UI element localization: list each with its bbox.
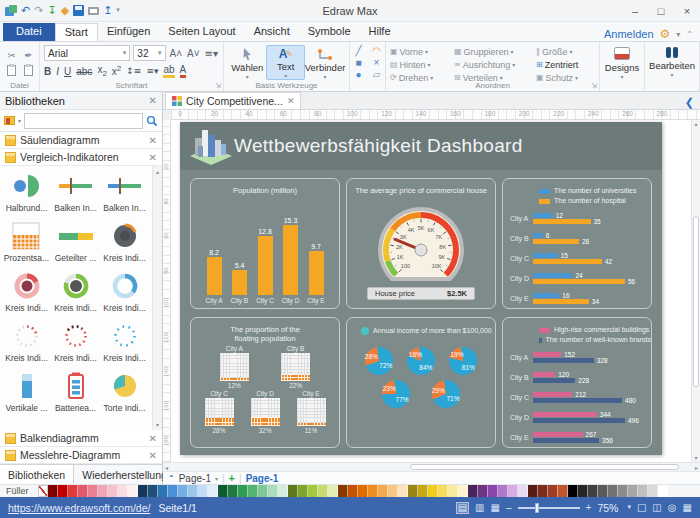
document-tab[interactable]: City Competitivene... ✕ [165, 92, 301, 109]
color-swatch[interactable] [398, 485, 408, 497]
color-swatch[interactable] [468, 485, 478, 497]
library-shape[interactable]: Kreis Indi... [2, 269, 51, 319]
color-swatch[interactable] [208, 485, 218, 497]
color-swatch[interactable] [38, 485, 48, 497]
zoom-caret-icon[interactable]: ▾ [627, 504, 631, 511]
color-swatch[interactable] [128, 485, 138, 497]
color-swatch[interactable] [228, 485, 238, 497]
fit-width-icon[interactable]: ◫ [652, 503, 661, 513]
library-section-close-icon[interactable]: ✕ [149, 433, 157, 444]
magnifier-icon[interactable]: ◎ [668, 503, 677, 513]
color-swatch[interactable] [528, 485, 538, 497]
format-painter-icon[interactable]: ✒ [24, 50, 32, 61]
library-section-close-icon[interactable]: ✕ [149, 450, 157, 461]
color-swatch[interactable] [618, 485, 628, 497]
crop-tool-icon[interactable]: ▱ [370, 69, 384, 80]
library-section-close-icon[interactable]: ✕ [149, 152, 157, 163]
menu-tab-symbole[interactable]: Symbole [299, 23, 360, 41]
zoom-slider-thumb[interactable] [535, 503, 539, 513]
menu-tab-hilfe[interactable]: Hilfe [360, 23, 400, 41]
copy-icon[interactable] [7, 65, 16, 76]
color-swatch[interactable] [418, 485, 428, 497]
color-swatch[interactable] [218, 485, 228, 497]
subscript-button[interactable]: x2 [97, 64, 106, 78]
cross-tool-icon[interactable]: × [370, 57, 384, 68]
library-shape[interactable]: Kreis Indi... [2, 319, 51, 369]
color-swatch[interactable] [368, 485, 378, 497]
file-menu-tab[interactable]: Datei [3, 23, 55, 41]
library-select-caret[interactable]: ▾ [18, 117, 21, 124]
wählen-button[interactable]: Wählen▾ [228, 45, 266, 80]
save-icon[interactable] [73, 5, 84, 16]
color-swatch[interactable] [198, 485, 208, 497]
color-swatch[interactable] [98, 485, 108, 497]
color-swatch[interactable] [588, 485, 598, 497]
undo-icon[interactable]: ↶ [21, 5, 30, 16]
color-swatch[interactable] [158, 485, 168, 497]
library-section-säulendiagramm[interactable]: Säulendiagramm✕ [0, 132, 162, 149]
page-view-icon[interactable]: ▥ [475, 503, 484, 513]
highlight-color-icon[interactable]: ab [163, 64, 174, 78]
color-swatch[interactable] [508, 485, 518, 497]
library-shape[interactable]: Balken In... [51, 169, 100, 219]
annual-income-panel[interactable]: Annual income of more than $100,00028%72… [346, 317, 496, 448]
library-shape[interactable]: Kreis Indi... [100, 269, 149, 319]
floating-population-panel[interactable]: The proportion of the floating populatio… [190, 317, 340, 448]
zoom-slider[interactable] [518, 507, 580, 509]
color-swatch[interactable] [478, 485, 488, 497]
export-icon[interactable]: ↥ [103, 5, 112, 16]
color-swatch[interactable] [328, 485, 338, 497]
color-swatch[interactable] [108, 485, 118, 497]
menu-tab-start[interactable]: Start [55, 23, 98, 41]
population-chart-panel[interactable]: Population (million)8.2City A5.4City B12… [190, 178, 340, 309]
increase-font-icon[interactable]: A˄ [169, 48, 184, 59]
library-search-input[interactable] [24, 113, 143, 129]
color-swatch[interactable] [58, 485, 68, 497]
decrease-font-icon[interactable]: A˅ [186, 48, 201, 59]
collapse-panel-icon[interactable]: ❮ [679, 96, 700, 109]
import-icon[interactable]: ↧ [47, 5, 56, 16]
library-scrollbar[interactable]: ▴▾ [152, 166, 162, 430]
underline-button[interactable]: U [64, 66, 71, 77]
verbinder-button[interactable]: Verbinder▾ [305, 45, 345, 80]
arc-tool-icon[interactable]: ◠ [370, 45, 384, 56]
page-tab-active[interactable]: Page-1 [246, 473, 279, 484]
text-button[interactable]: A✎Text▾ [266, 45, 305, 80]
color-swatch[interactable] [518, 485, 528, 497]
library-section-balkendiagramm[interactable]: Balkendiagramm✕ [0, 430, 162, 447]
dashboard-page[interactable]: Wettbewerbsfähigkeit Dashboard Populatio… [180, 122, 662, 455]
color-swatch[interactable] [288, 485, 298, 497]
library-shape[interactable]: Balken In... [100, 169, 149, 219]
ellipse-tool-icon[interactable]: ● [352, 69, 366, 80]
color-swatch[interactable] [638, 485, 648, 497]
add-page-button[interactable]: + [229, 472, 235, 484]
arrange-größe[interactable]: ∥Größe▾ [536, 47, 596, 57]
color-swatch[interactable] [438, 485, 448, 497]
canvas[interactable]: Wettbewerbsfähigkeit Dashboard Populatio… [171, 120, 691, 462]
color-swatch[interactable] [118, 485, 128, 497]
color-swatch[interactable] [548, 485, 558, 497]
library-shape[interactable]: Geteilter ... [51, 219, 100, 269]
library-shape[interactable]: Prozentsa... [2, 219, 51, 269]
page-dropdown-caret[interactable]: ▾ [215, 475, 218, 482]
library-shape[interactable]: Vertikale ... [2, 369, 51, 419]
font-size-select[interactable]: 32▾ [133, 45, 165, 61]
color-swatch[interactable] [458, 485, 468, 497]
library-shape[interactable]: Kreis Indi... [51, 319, 100, 369]
buildings-brands-panel[interactable]: High-rise commercial buildingsThe number… [502, 317, 652, 448]
library-section-messlehre-diagramm[interactable]: Messlehre-Diagramm✕ [0, 447, 162, 464]
color-swatch[interactable] [308, 485, 318, 497]
horizontal-scrollbar[interactable]: ◂ ▸ [163, 462, 700, 471]
designs-button[interactable]: Designs ▾ [600, 42, 645, 91]
menu-tab-einfügen[interactable]: Einfügen [98, 23, 159, 41]
color-swatch[interactable] [318, 485, 328, 497]
search-icon[interactable] [146, 115, 158, 127]
vertical-scroll-thumb[interactable] [693, 216, 699, 387]
paste-icon[interactable] [24, 65, 33, 76]
align-menu-icon[interactable]: ≡▾ [204, 48, 219, 59]
color-swatch[interactable] [148, 485, 158, 497]
color-swatch[interactable] [168, 485, 178, 497]
library-icon[interactable]: ◆ [61, 5, 69, 16]
redo-icon[interactable]: ↷ [34, 5, 43, 16]
library-shape[interactable]: Kreis Indi... [51, 269, 100, 319]
